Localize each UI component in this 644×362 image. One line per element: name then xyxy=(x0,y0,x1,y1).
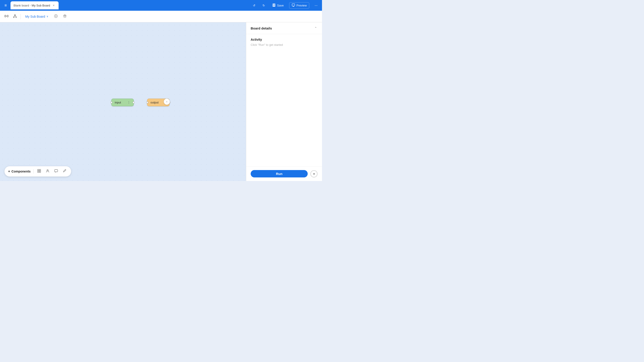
person-button[interactable] xyxy=(45,168,50,175)
svg-rect-24 xyxy=(38,171,39,173)
pen-button[interactable] xyxy=(62,168,68,175)
svg-rect-2 xyxy=(273,5,275,6)
run-button[interactable]: Run xyxy=(251,170,308,177)
more-button[interactable]: ⋯ xyxy=(313,3,319,8)
bottom-toolbar-divider xyxy=(33,169,34,174)
svg-point-9 xyxy=(14,14,16,15)
panel-header: Board details ⌃ xyxy=(246,22,322,34)
tab-close-button[interactable]: × xyxy=(52,3,56,7)
canvas-area[interactable]: input ⋮ output ⋮ ‹ + Components xyxy=(0,22,246,181)
bottom-toolbar: + Components xyxy=(4,166,71,177)
add-settings-button[interactable] xyxy=(53,13,59,20)
topbar-right: ↺ ↻ Save Preview xyxy=(251,2,319,9)
comment-button[interactable] xyxy=(53,168,59,175)
tab-breadcrumb: Blank board › My Sub Board xyxy=(14,4,50,7)
undo-button[interactable]: ↺ xyxy=(251,3,257,8)
svg-point-26 xyxy=(47,170,48,171)
toolbar-divider xyxy=(20,14,21,19)
svg-rect-27 xyxy=(54,170,58,172)
shapes-button[interactable] xyxy=(36,168,42,175)
save-icon xyxy=(272,3,276,7)
input-node-menu-icon[interactable]: ⋮ xyxy=(127,100,130,104)
svg-rect-3 xyxy=(292,4,295,6)
panel-title: Board details xyxy=(251,26,272,30)
components-label: Components xyxy=(12,170,31,173)
input-node[interactable]: input ⋮ xyxy=(111,98,134,106)
panel-collapse-button[interactable]: ‹ xyxy=(164,98,170,105)
save-button[interactable]: Save xyxy=(270,2,286,8)
activity-title: Activity xyxy=(251,38,318,41)
svg-point-11 xyxy=(16,17,16,18)
topbar: ≡ Blank board › My Sub Board × ↺ ↻ xyxy=(0,0,322,11)
input-node-label: input xyxy=(115,101,126,104)
redo-icon: ↻ xyxy=(262,4,265,7)
preview-button[interactable]: Preview xyxy=(289,2,309,9)
board-name-button[interactable]: My Sub Board ∨ xyxy=(24,14,50,19)
topbar-left: ≡ Blank board › My Sub Board × xyxy=(3,1,58,9)
right-panel: Board details ⌃ Activity Click "Run" to … xyxy=(246,22,322,181)
svg-line-12 xyxy=(14,15,15,17)
panel-content: Activity Click "Run" to get started xyxy=(246,34,322,166)
stop-icon: ■ xyxy=(313,172,314,175)
save-label: Save xyxy=(277,4,284,7)
sub-toolbar: My Sub Board ∨ xyxy=(0,11,322,22)
output-node-port-left[interactable] xyxy=(146,101,148,103)
stop-button[interactable]: ■ xyxy=(310,170,318,177)
input-node-port-left[interactable] xyxy=(110,101,112,103)
panel-collapse-icon: ‹ xyxy=(166,100,167,103)
preview-icon xyxy=(292,3,295,7)
board-tab[interactable]: Blank board › My Sub Board × xyxy=(10,1,59,9)
svg-rect-23 xyxy=(39,169,41,171)
svg-rect-25 xyxy=(39,171,41,173)
more-icon: ⋯ xyxy=(314,4,318,7)
components-button[interactable]: + Components xyxy=(8,169,31,173)
main-layout: input ⋮ output ⋮ ‹ + Components xyxy=(0,22,322,181)
network-icon[interactable] xyxy=(12,13,18,20)
svg-rect-1 xyxy=(273,4,274,5)
undo-icon: ↺ xyxy=(253,4,255,7)
svg-rect-22 xyxy=(38,169,39,171)
flow-container: input ⋮ output ⋮ xyxy=(111,98,170,106)
components-plus-icon: + xyxy=(8,169,10,173)
input-node-port-right[interactable] xyxy=(132,101,134,103)
tab-arrow: › xyxy=(30,4,31,7)
menu-button[interactable]: ≡ xyxy=(3,2,9,9)
redo-button[interactable]: ↻ xyxy=(261,3,267,8)
svg-rect-7 xyxy=(7,15,8,17)
output-node-label: output xyxy=(150,101,161,104)
delete-button[interactable] xyxy=(62,13,68,20)
svg-rect-6 xyxy=(5,15,6,17)
panel-expand-button[interactable]: ⌃ xyxy=(314,26,318,30)
svg-point-10 xyxy=(14,17,14,18)
board-name-chevron-icon: ∨ xyxy=(46,15,48,18)
panel-expand-icon: ⌃ xyxy=(314,26,317,30)
activity-hint: Click "Run" to get started xyxy=(251,43,318,46)
svg-rect-17 xyxy=(64,15,66,17)
svg-line-13 xyxy=(15,15,16,17)
panel-footer: Run ■ xyxy=(246,166,322,181)
board-name-label: My Sub Board xyxy=(25,15,45,18)
preview-label: Preview xyxy=(296,4,307,7)
flow-icon[interactable] xyxy=(4,13,10,20)
tab-sub-label: My Sub Board xyxy=(32,4,50,7)
tab-blank-label: Blank board xyxy=(14,4,29,7)
